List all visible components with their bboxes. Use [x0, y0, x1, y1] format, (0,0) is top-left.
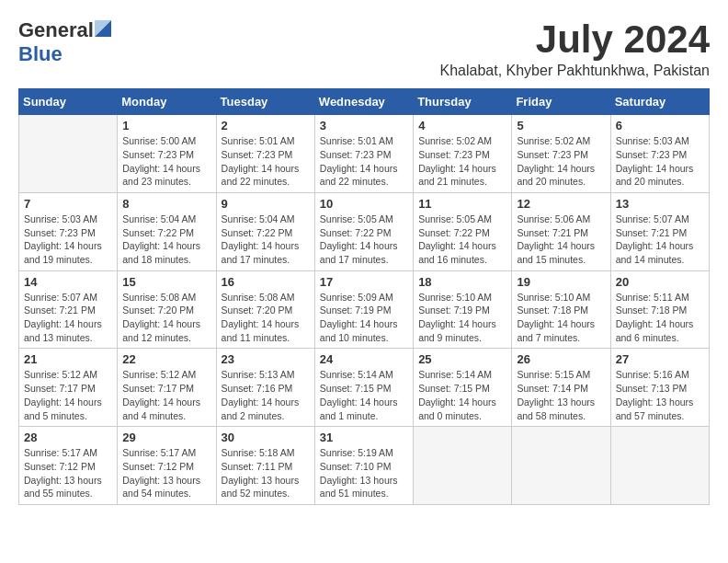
- calendar-cell: 23Sunrise: 5:13 AM Sunset: 7:16 PM Dayli…: [216, 349, 314, 427]
- day-info: Sunrise: 5:04 AM Sunset: 7:22 PM Dayligh…: [222, 213, 310, 267]
- calendar-cell: 22Sunrise: 5:12 AM Sunset: 7:17 PM Dayli…: [118, 349, 216, 427]
- logo: General Blue: [18, 18, 111, 66]
- day-number: 8: [122, 197, 210, 211]
- calendar-cell: 5Sunrise: 5:02 AM Sunset: 7:23 PM Daylig…: [512, 115, 610, 193]
- calendar-cell: 26Sunrise: 5:15 AM Sunset: 7:14 PM Dayli…: [512, 349, 610, 427]
- day-number: 12: [517, 197, 605, 211]
- weekday-header: Tuesday: [216, 89, 314, 115]
- day-info: Sunrise: 5:08 AM Sunset: 7:20 PM Dayligh…: [222, 291, 310, 345]
- day-number: 29: [122, 431, 210, 444]
- calendar-week-row: 1Sunrise: 5:00 AM Sunset: 7:23 PM Daylig…: [19, 115, 710, 193]
- calendar-cell: 6Sunrise: 5:03 AM Sunset: 7:23 PM Daylig…: [610, 115, 709, 193]
- day-number: 14: [24, 275, 112, 289]
- day-number: 31: [320, 431, 408, 444]
- day-number: 24: [320, 352, 408, 366]
- calendar-cell: 10Sunrise: 5:05 AM Sunset: 7:22 PM Dayli…: [314, 192, 413, 270]
- calendar-cell: [610, 427, 709, 505]
- day-number: 25: [418, 352, 506, 366]
- day-info: Sunrise: 5:16 AM Sunset: 7:13 PM Dayligh…: [616, 368, 704, 422]
- calendar-cell: 15Sunrise: 5:08 AM Sunset: 7:20 PM Dayli…: [118, 270, 216, 349]
- calendar-cell: 11Sunrise: 5:05 AM Sunset: 7:22 PM Dayli…: [414, 192, 512, 270]
- day-number: 20: [616, 275, 704, 289]
- day-number: 17: [320, 275, 408, 289]
- logo-bird-icon: [95, 20, 111, 37]
- calendar-cell: 13Sunrise: 5:07 AM Sunset: 7:21 PM Dayli…: [610, 192, 709, 270]
- day-info: Sunrise: 5:03 AM Sunset: 7:23 PM Dayligh…: [24, 213, 112, 267]
- day-number: 18: [418, 275, 506, 289]
- calendar-cell: [19, 115, 118, 193]
- day-number: 1: [122, 119, 210, 132]
- day-number: 13: [616, 197, 704, 211]
- day-number: 11: [418, 197, 506, 211]
- day-info: Sunrise: 5:01 AM Sunset: 7:23 PM Dayligh…: [320, 134, 408, 189]
- calendar-cell: 14Sunrise: 5:07 AM Sunset: 7:21 PM Dayli…: [19, 270, 118, 349]
- day-info: Sunrise: 5:00 AM Sunset: 7:23 PM Dayligh…: [122, 134, 210, 189]
- day-info: Sunrise: 5:18 AM Sunset: 7:11 PM Dayligh…: [222, 446, 310, 500]
- weekday-header: Monday: [118, 89, 216, 115]
- calendar-cell: 9Sunrise: 5:04 AM Sunset: 7:22 PM Daylig…: [216, 192, 314, 270]
- calendar-cell: 30Sunrise: 5:18 AM Sunset: 7:11 PM Dayli…: [216, 427, 314, 505]
- calendar-cell: 7Sunrise: 5:03 AM Sunset: 7:23 PM Daylig…: [19, 192, 118, 270]
- logo-general: General: [18, 18, 94, 42]
- day-info: Sunrise: 5:09 AM Sunset: 7:19 PM Dayligh…: [320, 291, 408, 345]
- day-number: 9: [222, 197, 310, 211]
- calendar-week-row: 7Sunrise: 5:03 AM Sunset: 7:23 PM Daylig…: [19, 192, 710, 270]
- calendar-cell: 24Sunrise: 5:14 AM Sunset: 7:15 PM Dayli…: [314, 349, 413, 427]
- location-subtitle: Khalabat, Khyber Pakhtunkhwa, Pakistan: [439, 63, 710, 79]
- day-number: 4: [418, 119, 506, 132]
- day-info: Sunrise: 5:03 AM Sunset: 7:23 PM Dayligh…: [616, 134, 704, 189]
- calendar-cell: 29Sunrise: 5:17 AM Sunset: 7:12 PM Dayli…: [118, 427, 216, 505]
- calendar-cell: 17Sunrise: 5:09 AM Sunset: 7:19 PM Dayli…: [314, 270, 413, 349]
- calendar-cell: 4Sunrise: 5:02 AM Sunset: 7:23 PM Daylig…: [414, 115, 512, 193]
- day-number: 5: [517, 119, 605, 132]
- day-number: 3: [320, 119, 408, 132]
- weekday-header: Saturday: [610, 89, 709, 115]
- day-number: 19: [517, 275, 605, 289]
- calendar-cell: 27Sunrise: 5:16 AM Sunset: 7:13 PM Dayli…: [610, 349, 709, 427]
- calendar-cell: 19Sunrise: 5:10 AM Sunset: 7:18 PM Dayli…: [512, 270, 610, 349]
- calendar-cell: 3Sunrise: 5:01 AM Sunset: 7:23 PM Daylig…: [314, 115, 413, 193]
- weekday-header: Wednesday: [314, 89, 413, 115]
- weekday-header: Thursday: [414, 89, 512, 115]
- calendar-cell: 2Sunrise: 5:01 AM Sunset: 7:23 PM Daylig…: [216, 115, 314, 193]
- weekday-header-row: SundayMondayTuesdayWednesdayThursdayFrid…: [19, 89, 710, 115]
- day-info: Sunrise: 5:07 AM Sunset: 7:21 PM Dayligh…: [24, 291, 112, 345]
- title-area: July 2024 Khalabat, Khyber Pakhtunkhwa, …: [439, 18, 710, 79]
- day-info: Sunrise: 5:05 AM Sunset: 7:22 PM Dayligh…: [418, 213, 506, 267]
- day-info: Sunrise: 5:08 AM Sunset: 7:20 PM Dayligh…: [122, 291, 210, 345]
- day-info: Sunrise: 5:17 AM Sunset: 7:12 PM Dayligh…: [122, 446, 210, 500]
- day-info: Sunrise: 5:19 AM Sunset: 7:10 PM Dayligh…: [320, 446, 408, 500]
- day-number: 16: [222, 275, 310, 289]
- weekday-header: Friday: [512, 89, 610, 115]
- day-info: Sunrise: 5:05 AM Sunset: 7:22 PM Dayligh…: [320, 213, 408, 267]
- day-info: Sunrise: 5:10 AM Sunset: 7:19 PM Dayligh…: [418, 291, 506, 345]
- day-info: Sunrise: 5:14 AM Sunset: 7:15 PM Dayligh…: [320, 368, 408, 422]
- day-number: 21: [24, 352, 112, 366]
- day-info: Sunrise: 5:02 AM Sunset: 7:23 PM Dayligh…: [517, 134, 605, 189]
- day-number: 22: [122, 352, 210, 366]
- calendar-cell: 20Sunrise: 5:11 AM Sunset: 7:18 PM Dayli…: [610, 270, 709, 349]
- page-header: General Blue July 2024 Khalabat, Khyber …: [18, 18, 710, 79]
- calendar-cell: 8Sunrise: 5:04 AM Sunset: 7:22 PM Daylig…: [118, 192, 216, 270]
- calendar-cell: 1Sunrise: 5:00 AM Sunset: 7:23 PM Daylig…: [118, 115, 216, 193]
- calendar-cell: 16Sunrise: 5:08 AM Sunset: 7:20 PM Dayli…: [216, 270, 314, 349]
- day-info: Sunrise: 5:01 AM Sunset: 7:23 PM Dayligh…: [222, 134, 310, 189]
- day-info: Sunrise: 5:12 AM Sunset: 7:17 PM Dayligh…: [122, 368, 210, 422]
- calendar-cell: [414, 427, 512, 505]
- day-info: Sunrise: 5:02 AM Sunset: 7:23 PM Dayligh…: [418, 134, 506, 189]
- calendar-cell: 31Sunrise: 5:19 AM Sunset: 7:10 PM Dayli…: [314, 427, 413, 505]
- calendar-cell: 18Sunrise: 5:10 AM Sunset: 7:19 PM Dayli…: [414, 270, 512, 349]
- day-info: Sunrise: 5:06 AM Sunset: 7:21 PM Dayligh…: [517, 213, 605, 267]
- day-info: Sunrise: 5:17 AM Sunset: 7:12 PM Dayligh…: [24, 446, 112, 500]
- weekday-header: Sunday: [19, 89, 118, 115]
- logo-blue: Blue: [18, 42, 63, 66]
- day-info: Sunrise: 5:15 AM Sunset: 7:14 PM Dayligh…: [517, 368, 605, 422]
- month-title: July 2024: [439, 18, 710, 61]
- day-info: Sunrise: 5:10 AM Sunset: 7:18 PM Dayligh…: [517, 291, 605, 345]
- day-number: 27: [616, 352, 704, 366]
- day-number: 26: [517, 352, 605, 366]
- calendar-week-row: 21Sunrise: 5:12 AM Sunset: 7:17 PM Dayli…: [19, 349, 710, 427]
- calendar-cell: 28Sunrise: 5:17 AM Sunset: 7:12 PM Dayli…: [19, 427, 118, 505]
- calendar-cell: [512, 427, 610, 505]
- day-info: Sunrise: 5:11 AM Sunset: 7:18 PM Dayligh…: [616, 291, 704, 345]
